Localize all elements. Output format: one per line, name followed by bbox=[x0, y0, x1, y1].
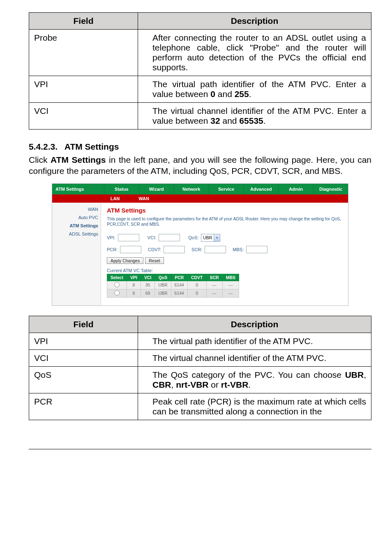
input-vci[interactable] bbox=[159, 234, 180, 241]
select-qos[interactable]: UBR ▾ bbox=[201, 234, 220, 242]
vc-cell: 35 bbox=[141, 281, 155, 289]
cell-desc: Peak cell rate (PCR) is the maximum rate… bbox=[138, 393, 371, 420]
cell-desc: The QoS category of the PVC. You can cho… bbox=[138, 366, 371, 393]
label-cdvt: CDVT: bbox=[148, 247, 161, 252]
vc-cell: 69 bbox=[141, 289, 155, 297]
tab-admin[interactable]: Admin bbox=[278, 184, 313, 194]
label-pcr: PCR: bbox=[107, 247, 118, 252]
vc-h-vpi: VPI bbox=[127, 274, 141, 281]
table-row: Probe After connecting the router to an … bbox=[29, 30, 371, 76]
input-cdvt[interactable] bbox=[164, 246, 185, 253]
col-description: Description bbox=[138, 316, 371, 333]
table-row: QoS The QoS category of the PVC. You can… bbox=[29, 366, 371, 393]
vc-cell: UBR bbox=[155, 281, 171, 289]
sidebar-item-autopvc[interactable]: Auto PVC bbox=[52, 213, 101, 222]
radio-icon bbox=[114, 282, 120, 287]
cell-desc: After connecting the router to an ADSL o… bbox=[138, 30, 371, 76]
cell-field: PCR bbox=[29, 393, 138, 420]
field-table-2: Field Description VPI The virtual path i… bbox=[29, 316, 371, 420]
label-scr: SCR: bbox=[191, 247, 202, 252]
cell-field: VPI bbox=[29, 76, 138, 103]
vc-h-scr: SCR bbox=[206, 274, 222, 281]
sidebar: WAN Auto PVC ATM Settings ADSL Settings bbox=[52, 203, 101, 305]
vc-cell: 8 bbox=[127, 289, 141, 297]
cell-field: QoS bbox=[29, 366, 138, 393]
col-field: Field bbox=[29, 316, 138, 333]
sub-nav: LAN WAN bbox=[52, 194, 348, 203]
sidebar-item-atm[interactable]: ATM Settings bbox=[52, 222, 101, 230]
vc-cell: --- bbox=[222, 289, 239, 297]
screenshot-body: WAN Auto PVC ATM Settings ADSL Settings … bbox=[52, 203, 348, 305]
col-description: Description bbox=[138, 13, 371, 30]
screenshot-wrap: ATM Settings Status Wizard Network Servi… bbox=[29, 183, 371, 306]
subtab-wan[interactable]: WAN bbox=[129, 194, 158, 203]
tab-diagnostic[interactable]: Diagnostic bbox=[313, 184, 348, 194]
table-row: VPI The virtual path identifier of the A… bbox=[29, 333, 371, 349]
reset-button[interactable]: Reset bbox=[145, 257, 164, 264]
label-qos: QoS: bbox=[188, 235, 198, 240]
cell-desc: The virtual channel identifier of the AT… bbox=[138, 103, 371, 130]
tab-network[interactable]: Network bbox=[174, 184, 209, 194]
row-buttons: Apply Changes Reset bbox=[107, 257, 342, 264]
col-field: Field bbox=[29, 13, 138, 30]
vc-h-vci: VCI bbox=[141, 274, 155, 281]
tab-status[interactable]: Status bbox=[104, 184, 139, 194]
table-row: VCI The virtual channel identifier of th… bbox=[29, 103, 371, 130]
section-number: 5.4.2.3. bbox=[29, 142, 58, 151]
row-pcr-cdvt-scr-mbs: PCR: CDVT: SCR: MBS: bbox=[107, 246, 342, 253]
vc-cell: --- bbox=[222, 281, 239, 289]
table-header-row: Field Description bbox=[29, 316, 371, 333]
tab-advanced[interactable]: Advanced bbox=[243, 184, 278, 194]
vc-cell: 6144 bbox=[171, 281, 187, 289]
row-vpi-vci-qos: VPI: VCI: QoS: UBR ▾ bbox=[107, 234, 342, 242]
input-pcr[interactable] bbox=[120, 246, 141, 253]
vc-h-cdvt: CDVT bbox=[187, 274, 206, 281]
input-vpi[interactable] bbox=[118, 234, 139, 241]
apply-button[interactable]: Apply Changes bbox=[107, 257, 143, 264]
label-vci: VCI: bbox=[148, 235, 156, 240]
cell-desc: The virtual path identifier of the ATM P… bbox=[138, 76, 371, 103]
subnav-spacer bbox=[52, 194, 101, 203]
vc-table-heading: Current ATM VC Table: bbox=[107, 268, 342, 273]
vc-radio[interactable] bbox=[107, 281, 127, 289]
panel-note: This page is used to configure the param… bbox=[107, 216, 342, 227]
select-qos-value: UBR bbox=[201, 235, 214, 240]
section-title: ATM Settings bbox=[65, 142, 119, 151]
tab-wizard[interactable]: Wizard bbox=[139, 184, 174, 194]
panel-title: ATM Settings bbox=[52, 184, 104, 194]
vc-h-qos: QoS bbox=[155, 274, 171, 281]
cell-desc: The virtual channel identifier of the AT… bbox=[138, 349, 371, 366]
table-row: PCR Peak cell rate (PCR) is the maximum … bbox=[29, 393, 371, 420]
label-mbs: MBS: bbox=[233, 247, 244, 252]
sidebar-item-wan[interactable]: WAN bbox=[52, 205, 101, 213]
cell-desc: The virtual path identifier of the ATM P… bbox=[138, 333, 371, 349]
router-screenshot: ATM Settings Status Wizard Network Servi… bbox=[52, 183, 348, 306]
tab-service[interactable]: Service bbox=[209, 184, 244, 194]
vc-cell: 0 bbox=[187, 281, 206, 289]
input-scr[interactable] bbox=[205, 246, 226, 253]
footer-divider bbox=[29, 449, 371, 449]
radio-icon bbox=[114, 290, 120, 296]
label-vpi: VPI: bbox=[107, 235, 115, 240]
chevron-down-icon: ▾ bbox=[214, 234, 220, 241]
vc-h-mbs: MBS bbox=[222, 274, 239, 281]
section-body: Click ATM Settings in the left pane, and… bbox=[29, 154, 371, 177]
vc-radio[interactable] bbox=[107, 289, 127, 297]
vc-row: 8 69 UBR 6144 0 --- --- bbox=[107, 289, 239, 297]
subtab-lan[interactable]: LAN bbox=[101, 194, 129, 203]
vc-cell: 6144 bbox=[171, 289, 187, 297]
cell-field: VCI bbox=[29, 349, 138, 366]
section-heading: 5.4.2.3. ATM Settings bbox=[29, 142, 371, 152]
sidebar-item-adsl[interactable]: ADSL Settings bbox=[52, 230, 101, 238]
cell-field: VPI bbox=[29, 333, 138, 349]
cell-field: VCI bbox=[29, 103, 138, 130]
vc-cell: 8 bbox=[127, 281, 141, 289]
vc-cell: --- bbox=[206, 281, 222, 289]
input-mbs[interactable] bbox=[246, 246, 267, 253]
cell-field: Probe bbox=[29, 30, 138, 76]
top-nav: ATM Settings Status Wizard Network Servi… bbox=[52, 184, 348, 194]
vc-h-select: Select bbox=[107, 274, 127, 281]
panel-heading: ATM Settings bbox=[107, 207, 342, 214]
vc-table: Select VPI VCI QoS PCR CDVT SCR MBS 8 bbox=[107, 274, 239, 298]
table-header-row: Field Description bbox=[29, 13, 371, 30]
